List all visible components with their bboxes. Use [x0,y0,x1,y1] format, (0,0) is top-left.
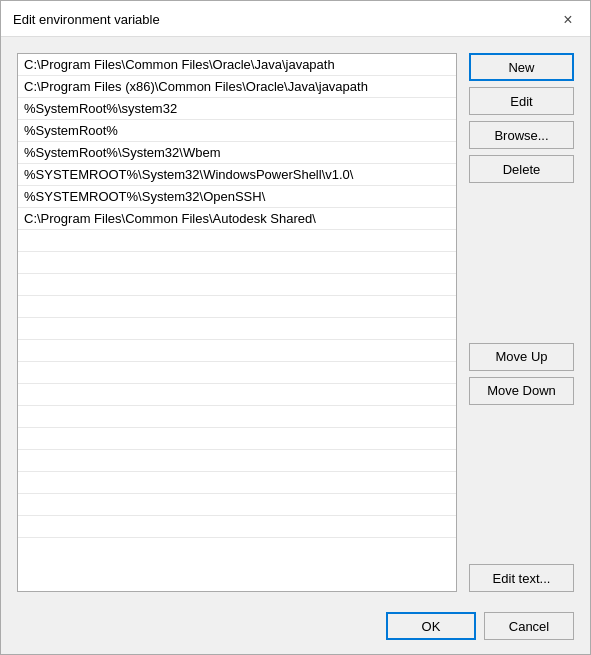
list-item[interactable]: %SYSTEMROOT%\System32\WindowsPowerShell\… [18,164,456,186]
edit-env-var-dialog: Edit environment variable × C:\Program F… [0,0,591,655]
list-item[interactable]: %SYSTEMROOT%\System32\OpenSSH\ [18,186,456,208]
list-item-empty[interactable] [18,274,456,296]
list-item-empty[interactable] [18,450,456,472]
list-item-empty[interactable] [18,318,456,340]
list-item[interactable]: %SystemRoot%\System32\Wbem [18,142,456,164]
move-down-button[interactable]: Move Down [469,377,574,405]
list-item-empty[interactable] [18,296,456,318]
cancel-button[interactable]: Cancel [484,612,574,640]
move-up-button[interactable]: Move Up [469,343,574,371]
delete-button[interactable]: Delete [469,155,574,183]
list-item-empty[interactable] [18,472,456,494]
dialog-footer: OK Cancel [1,604,590,654]
dialog-title: Edit environment variable [13,12,160,27]
new-button[interactable]: New [469,53,574,81]
list-item[interactable]: C:\Program Files\Common Files\Autodesk S… [18,208,456,230]
list-item-empty[interactable] [18,494,456,516]
list-item-empty[interactable] [18,384,456,406]
title-bar: Edit environment variable × [1,1,590,37]
edit-button[interactable]: Edit [469,87,574,115]
list-item-empty[interactable] [18,230,456,252]
list-item-empty[interactable] [18,406,456,428]
env-var-list[interactable]: C:\Program Files\Common Files\Oracle\Jav… [17,53,457,592]
list-item-empty[interactable] [18,340,456,362]
ok-button[interactable]: OK [386,612,476,640]
list-item-empty[interactable] [18,252,456,274]
edit-text-button[interactable]: Edit text... [469,564,574,592]
dialog-body: C:\Program Files\Common Files\Oracle\Jav… [1,37,590,604]
close-button[interactable]: × [558,10,578,30]
buttons-panel: New Edit Browse... Delete Move Up Move D… [469,53,574,592]
list-item-empty[interactable] [18,362,456,384]
list-item[interactable]: C:\Program Files (x86)\Common Files\Orac… [18,76,456,98]
list-item[interactable]: %SystemRoot%\system32 [18,98,456,120]
browse-button[interactable]: Browse... [469,121,574,149]
list-item-empty[interactable] [18,516,456,538]
list-item-empty[interactable] [18,428,456,450]
list-item[interactable]: C:\Program Files\Common Files\Oracle\Jav… [18,54,456,76]
list-item[interactable]: %SystemRoot% [18,120,456,142]
